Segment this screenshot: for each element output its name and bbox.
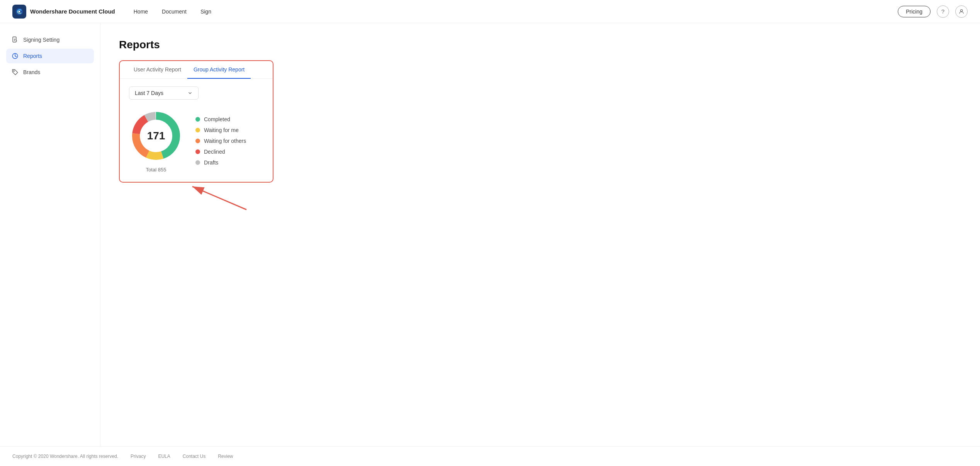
svg-line-13 — [192, 186, 246, 210]
arrow-area — [119, 183, 961, 221]
nav-home[interactable]: Home — [134, 8, 148, 15]
tabs-row: User Activity Report Group Activity Repo… — [120, 61, 273, 79]
legend-item-completed: Completed — [195, 116, 246, 122]
user-icon[interactable] — [955, 5, 968, 18]
time-range-dropdown[interactable]: Last 7 Days — [129, 86, 199, 100]
svg-point-1 — [19, 10, 20, 12]
footer-privacy[interactable]: Privacy — [131, 454, 146, 459]
sidebar-item-reports[interactable]: Reports — [6, 49, 94, 63]
chevron-down-icon — [187, 90, 193, 96]
svg-point-5 — [14, 71, 14, 71]
completed-label: Completed — [204, 116, 230, 122]
tag-icon — [12, 69, 19, 76]
waiting-others-label: Waiting for others — [204, 138, 246, 144]
header: Wondershare Document Cloud Home Document… — [0, 0, 980, 23]
svg-rect-3 — [13, 37, 16, 42]
declined-dot — [195, 149, 200, 154]
logo-icon — [12, 5, 26, 19]
tab-group-activity[interactable]: Group Activity Report — [187, 61, 251, 79]
donut-center: 171 — [147, 130, 165, 142]
footer-review[interactable]: Review — [218, 454, 233, 459]
dropdown-label: Last 7 Days — [135, 90, 163, 96]
file-pen-icon — [12, 36, 19, 43]
legend: Completed Waiting for me Waiting for oth… — [195, 116, 246, 166]
logo-text: Wondershare Document Cloud — [30, 8, 115, 15]
sidebar-item-signing-setting[interactable]: Signing Setting — [6, 32, 94, 47]
main-layout: Signing Setting Reports Brands Reports — [0, 23, 980, 446]
sidebar-label-reports: Reports — [23, 53, 42, 59]
help-icon[interactable]: ? — [937, 5, 949, 18]
nav-document[interactable]: Document — [162, 8, 187, 15]
sidebar-label-brands: Brands — [23, 69, 40, 75]
chart-icon — [12, 53, 19, 59]
waiting-me-dot — [195, 128, 200, 132]
header-right: Pricing ? — [898, 5, 968, 18]
sidebar: Signing Setting Reports Brands — [0, 23, 100, 446]
card-body: Last 7 Days — [120, 79, 273, 182]
main-content: Reports User Activity Report Group Activ… — [100, 23, 980, 446]
legend-item-declined: Declined — [195, 149, 246, 155]
page-title: Reports — [119, 39, 961, 51]
completed-dot — [195, 117, 200, 122]
waiting-me-label: Waiting for me — [204, 127, 239, 133]
total-label: Total 855 — [146, 167, 166, 173]
chart-area: 171 Total 855 Completed Waiti — [129, 109, 263, 173]
waiting-others-dot — [195, 139, 200, 143]
donut-chart: 171 — [129, 109, 183, 163]
logo-area: Wondershare Document Cloud — [12, 5, 115, 19]
drafts-label: Drafts — [204, 159, 218, 166]
annotation-arrow — [185, 183, 262, 217]
svg-point-2 — [960, 9, 962, 11]
sidebar-item-brands[interactable]: Brands — [6, 65, 94, 80]
copyright-text: Copyright © 2020 Wondershare. All rights… — [12, 454, 118, 459]
footer-eula[interactable]: EULA — [158, 454, 170, 459]
tab-user-activity[interactable]: User Activity Report — [127, 61, 187, 79]
report-card: User Activity Report Group Activity Repo… — [119, 60, 273, 183]
legend-item-waiting-me: Waiting for me — [195, 127, 246, 133]
nav-links: Home Document Sign — [134, 8, 211, 15]
pricing-button[interactable]: Pricing — [898, 6, 931, 17]
footer: Copyright © 2020 Wondershare. All rights… — [0, 446, 980, 466]
nav-sign[interactable]: Sign — [200, 8, 211, 15]
drafts-dot — [195, 160, 200, 165]
sidebar-label-signing-setting: Signing Setting — [23, 37, 59, 43]
footer-contact[interactable]: Contact Us — [183, 454, 206, 459]
declined-label: Declined — [204, 149, 225, 155]
legend-item-drafts: Drafts — [195, 159, 246, 166]
donut-value: 171 — [147, 130, 165, 142]
legend-item-waiting-others: Waiting for others — [195, 138, 246, 144]
